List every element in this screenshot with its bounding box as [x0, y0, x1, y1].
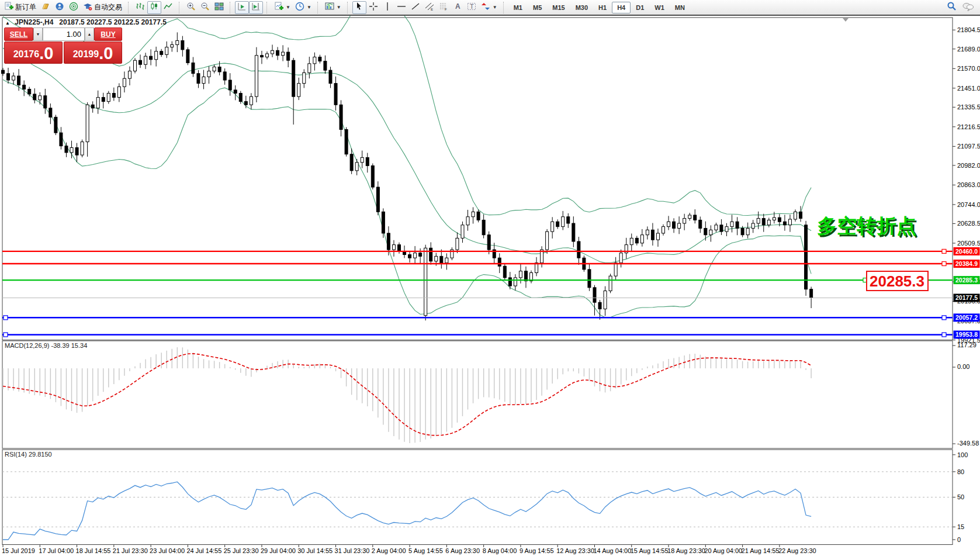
horizontal-line-icon	[397, 2, 406, 13]
timeframe-button-H4[interactable]: H4	[612, 2, 631, 13]
tile-windows-button[interactable]	[212, 1, 226, 14]
application-window: 新订单 自动交易	[0, 0, 980, 556]
buy-price-box[interactable]: 20199.0	[64, 42, 122, 64]
chart-shift-button[interactable]	[249, 1, 263, 14]
metaeditor-icon	[41, 2, 50, 13]
chevron-down-icon: ▼	[337, 5, 341, 10]
text-label-button[interactable]: T	[465, 1, 479, 14]
timeframe-button-M1[interactable]: M1	[508, 2, 528, 13]
community-button[interactable]	[53, 1, 67, 14]
autotrading-button[interactable]: 自动交易	[81, 1, 124, 14]
autotrading-label: 自动交易	[94, 2, 122, 12]
timeframe-button-W1[interactable]: W1	[649, 2, 670, 13]
timeframe-button-M15[interactable]: M15	[547, 2, 570, 13]
svg-text:22 Aug 23:30: 22 Aug 23:30	[778, 547, 816, 554]
line-chart-icon	[164, 2, 173, 13]
zoom-out-icon	[200, 2, 210, 13]
svg-text:100: 100	[957, 451, 968, 458]
new-chart-button[interactable]: ▼	[272, 1, 293, 14]
autotrading-icon	[83, 2, 92, 13]
text-label-icon: T	[467, 2, 476, 13]
svg-text:F: F	[445, 8, 447, 11]
svg-text:20 Aug 04:00: 20 Aug 04:00	[704, 547, 742, 554]
periods-icon	[295, 2, 304, 13]
svg-text:12 Aug 23:30: 12 Aug 23:30	[556, 547, 594, 554]
svg-text:20384.9: 20384.9	[955, 260, 978, 267]
signals-icon	[69, 2, 78, 13]
crosshair-button[interactable]	[366, 1, 380, 14]
turning-point-text[interactable]: 多空转折点	[817, 215, 916, 237]
horizontal-line-button[interactable]	[394, 1, 408, 14]
metaeditor-button[interactable]	[39, 1, 53, 14]
fibonacci-button[interactable]: F	[437, 1, 451, 14]
signals-button[interactable]	[67, 1, 81, 14]
price-annotation-text: 20285.3	[870, 272, 924, 290]
chevron-down-icon: ▼	[286, 5, 290, 10]
periods-button[interactable]: ▼	[293, 1, 314, 14]
timeframe-button-MN[interactable]: MN	[670, 2, 690, 13]
new-order-button[interactable]: 新订单	[2, 1, 39, 14]
zoom-out-button[interactable]	[198, 1, 212, 14]
chart-title: ▲ JPN225-,H4 20187.5 20227.5 20122.5 201…	[5, 18, 167, 26]
line-chart-button[interactable]	[161, 1, 175, 14]
timeframe-button-D1[interactable]: D1	[631, 2, 649, 13]
buy-button[interactable]: BUY	[94, 27, 122, 41]
text-button[interactable]: A	[451, 1, 465, 14]
community-icon	[55, 2, 64, 13]
volume-decrease-button[interactable]: ▼	[33, 27, 43, 41]
timeframe-button-H1[interactable]: H1	[593, 2, 612, 13]
chart-area[interactable]: 21804.521689.021570.021451.021335.521216…	[0, 0, 980, 556]
candlesticks	[2, 32, 813, 320]
svg-text:21 Jul 23:30: 21 Jul 23:30	[113, 547, 148, 554]
cursor-button[interactable]	[352, 1, 366, 14]
svg-text:E: E	[431, 8, 433, 11]
timeframe-button-M5[interactable]: M5	[528, 2, 547, 13]
bollinger-bands	[3, 8, 811, 317]
svg-text:14 Aug 04:00: 14 Aug 04:00	[593, 547, 631, 554]
bar-chart-icon	[136, 2, 145, 13]
volume-increase-button[interactable]: ▲	[85, 27, 94, 41]
svg-text:18 Aug 23:30: 18 Aug 23:30	[667, 547, 705, 554]
svg-text:0: 0	[957, 536, 961, 543]
svg-text:18 Jul 14:55: 18 Jul 14:55	[76, 547, 111, 554]
sell-button[interactable]: SELL	[4, 27, 33, 41]
svg-text:A: A	[455, 2, 460, 11]
trendline-icon	[411, 2, 420, 13]
chevron-down-icon: ▼	[307, 5, 311, 10]
zoom-in-button[interactable]	[184, 1, 198, 14]
svg-text:20744.0: 20744.0	[957, 201, 980, 208]
volume-input[interactable]: 1.00	[43, 27, 85, 41]
trendline-button[interactable]	[408, 1, 423, 14]
collapse-panel-icon[interactable]: ▲	[5, 20, 10, 26]
search-icon[interactable]	[947, 1, 957, 13]
toolbar-separator	[266, 2, 269, 13]
cursor-icon	[355, 2, 364, 13]
chart-shift-marker[interactable]	[843, 18, 849, 22]
svg-text:0.00: 0.00	[957, 363, 969, 370]
svg-text:20460.0: 20460.0	[955, 248, 978, 255]
bar-chart-button[interactable]	[133, 1, 147, 14]
chart-ohlc-values: 20187.5 20227.5 20122.5 20177.5	[59, 18, 167, 26]
svg-text:20509.5: 20509.5	[957, 240, 980, 247]
sell-price-box[interactable]: 20176.0	[4, 42, 63, 64]
text-icon: A	[453, 2, 462, 13]
svg-text:8 Aug 04:00: 8 Aug 04:00	[483, 547, 517, 554]
svg-text:21216.5: 21216.5	[957, 123, 980, 130]
toolbar: 新订单 自动交易	[0, 0, 980, 16]
chevron-down-icon: ▼	[493, 5, 497, 10]
svg-text:29 Jul 04:00: 29 Jul 04:00	[261, 547, 296, 554]
timeframe-button-M30[interactable]: M30	[570, 2, 593, 13]
auto-scroll-button[interactable]	[235, 1, 249, 14]
vertical-line-button[interactable]	[380, 1, 394, 14]
chat-icon[interactable]	[962, 2, 974, 13]
time-axis[interactable]: 15 Jul 201917 Jul 04:0018 Jul 14:5521 Ju…	[2, 545, 816, 555]
arrows-button[interactable]: ▼	[479, 1, 500, 14]
candlestick-chart-button[interactable]	[147, 1, 161, 14]
template-button[interactable]: ▼	[323, 1, 344, 14]
svg-text:80: 80	[957, 468, 964, 475]
price-axis[interactable]: 21804.521689.021570.021451.021335.521216…	[953, 26, 980, 343]
crosshair-icon	[369, 2, 378, 13]
rsi-pane: 1008050150	[2, 451, 968, 543]
channel-button[interactable]: E	[423, 1, 437, 14]
svg-text:21570.0: 21570.0	[957, 65, 980, 72]
